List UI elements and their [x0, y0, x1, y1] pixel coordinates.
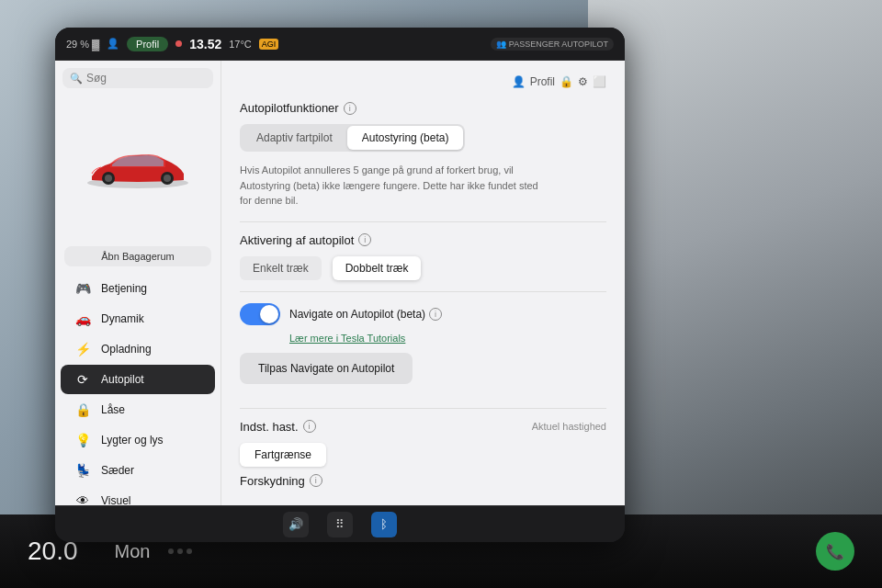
sidebar-item-opladning[interactable]: ⚡ Opladning [61, 334, 215, 364]
battery-icon: ▓ [92, 39, 99, 50]
sidebar-item-autopilot[interactable]: ⟳ Autopilot [61, 365, 215, 394]
speed-info-icon[interactable]: i [303, 420, 316, 433]
trunk-button[interactable]: Åbn Bagagerum [64, 246, 211, 266]
visuel-label: Visuel [101, 494, 130, 505]
mon-label: Mon [115, 541, 151, 562]
speed-limit-option[interactable]: Fartgrænse [240, 443, 326, 467]
activation-double[interactable]: Dobbelt træk [333, 256, 422, 280]
activation-info-icon[interactable]: i [358, 233, 371, 246]
taskbar-volume[interactable]: 🔊 [283, 512, 309, 537]
header-profile: 👤 Profil 🔒 ⚙ ⬜ [512, 75, 606, 88]
bluetooth-icon: ᛒ [380, 517, 388, 531]
navigate-toggle[interactable] [240, 303, 280, 325]
passenger-icon: 👥 [496, 40, 506, 49]
betjening-label: Betjening [101, 282, 147, 295]
status-temp: 17°C [229, 39, 252, 50]
dot-2 [177, 548, 183, 554]
dot-1 [168, 548, 174, 554]
navigate-link[interactable]: Lær mere i Tesla Tutorials [289, 333, 606, 344]
call-button[interactable]: 📞 [816, 532, 854, 571]
header-profile-label: Profil [530, 75, 555, 88]
activation-title: Aktivering af autopilot i [240, 233, 606, 247]
autopilot-functions-title: Autopilotfunktioner i [240, 101, 606, 115]
svg-point-4 [164, 175, 171, 182]
agi-badge: AGI [259, 39, 279, 50]
battery-indicator: 29 % ▓ [66, 39, 99, 50]
tesla-screen: 29 % ▓ 👤 Profil 13.52 17°C AGI 👥 PASSENG… [55, 28, 625, 542]
taskbar: 🔊 ⠿ ᛒ [55, 505, 625, 542]
speed-current-label: Aktuel hastighed [532, 421, 606, 432]
offset-title-text: Forskydning [240, 474, 305, 488]
navigate-label: Navigate on Autopilot (beta) i [289, 308, 442, 321]
profile-button[interactable]: Profil [127, 37, 168, 51]
dynamik-label: Dynamik [101, 312, 144, 325]
betjening-icon: 🎮 [74, 281, 92, 296]
sidebar-item-laase[interactable]: 🔒 Låse [61, 395, 215, 424]
opladning-icon: ⚡ [74, 342, 92, 356]
call-icon: 📞 [826, 543, 844, 560]
taskbar-grid[interactable]: ⠿ [327, 512, 353, 537]
activation-single[interactable]: Enkelt træk [240, 256, 322, 280]
toggle-knob [260, 305, 278, 323]
sidebar-item-betjening[interactable]: 🎮 Betjening [61, 274, 215, 303]
navigate-info-icon[interactable]: i [429, 308, 442, 321]
content-panel: 👤 Profil 🔒 ⚙ ⬜ Autopilotfunktioner i Ada… [220, 61, 625, 505]
main-area: 🔍 Åbn Bagager [55, 61, 625, 505]
header-settings-icon: ⚙ [578, 75, 588, 88]
lygter-label: Lygter og lys [101, 434, 164, 447]
bottom-dots [168, 548, 192, 554]
customize-button[interactable]: Tilpas Navigate on Autopilot [240, 353, 413, 384]
status-dot-red [175, 40, 182, 47]
tab-adaptive[interactable]: Adaptiv fartpilot [242, 126, 347, 150]
autopilot-info-icon[interactable]: i [344, 102, 356, 115]
sidebar-item-dynamik[interactable]: 🚗 Dynamik [61, 304, 215, 334]
passenger-label: PASSENGER AUTOPILOT [509, 40, 608, 49]
header-expand-icon: ⬜ [593, 75, 606, 88]
laase-label: Låse [101, 403, 125, 416]
open-label: Åbn [101, 251, 119, 262]
speed-title-text: Indst. hast. [240, 420, 299, 434]
divider-3 [240, 408, 606, 409]
navigate-toggle-row: Navigate on Autopilot (beta) i [240, 303, 606, 325]
tab-autosteer[interactable]: Autostyring (beta) [347, 126, 464, 150]
volume-icon: 🔊 [288, 517, 303, 531]
profile-label: Profil [136, 39, 159, 50]
autopilot-description: Hvis Autopilot annulleres 5 gange på gru… [240, 163, 552, 209]
sidebar-item-lygter[interactable]: 💡 Lygter og lys [61, 425, 215, 455]
passenger-button[interactable]: 👥 PASSENGER AUTOPILOT [491, 38, 614, 51]
status-time: 13.52 [189, 37, 221, 51]
dynamik-icon: 🚗 [74, 311, 92, 326]
content-header: 👤 Profil 🔒 ⚙ ⬜ [240, 75, 606, 88]
sidebar-item-visuel[interactable]: 👁 Visuel [61, 486, 215, 505]
offset-info-icon[interactable]: i [310, 474, 322, 487]
opladning-label: Opladning [101, 343, 152, 356]
dot-3 [187, 548, 192, 554]
laase-icon: 🔒 [74, 402, 92, 417]
offset-title: Forskydning i [240, 474, 606, 488]
grid-icon: ⠿ [335, 517, 345, 531]
status-bar: 29 % ▓ 👤 Profil 13.52 17°C AGI 👥 PASSENG… [55, 28, 625, 61]
speed-title: Indst. hast. i Aktuel hastighed [240, 420, 606, 434]
header-profile-icon: 👤 [512, 75, 526, 88]
svg-point-2 [105, 175, 112, 182]
trunk-label: Bagagerum [122, 251, 175, 262]
car-image-area [55, 96, 220, 243]
autopilot-tab-group: Adaptiv fartpilot Autostyring (beta) [240, 124, 465, 152]
search-input[interactable] [86, 72, 206, 85]
header-lock-icon: 🔒 [560, 75, 573, 88]
autopilot-icon: ⟳ [74, 372, 92, 387]
autopilot-label: Autopilot [101, 373, 144, 386]
speed-options: Fartgrænse [240, 443, 606, 467]
activation-options: Enkelt træk Dobbelt træk [240, 256, 606, 280]
sidebar-search-container[interactable]: 🔍 [62, 68, 213, 88]
battery-value: 29 % [66, 39, 89, 50]
status-right: 👥 PASSENGER AUTOPILOT [491, 38, 614, 51]
taskbar-bluetooth[interactable]: ᛒ [371, 512, 397, 537]
divider-2 [240, 291, 606, 292]
autopilot-title-text: Autopilotfunktioner [240, 101, 339, 115]
lygter-icon: 💡 [74, 433, 92, 447]
search-icon: 🔍 [70, 73, 83, 85]
sidebar-item-saeder[interactable]: 💺 Sæder [61, 456, 215, 485]
sidebar: 🔍 Åbn Bagager [55, 61, 220, 505]
user-icon: 👤 [107, 38, 119, 50]
